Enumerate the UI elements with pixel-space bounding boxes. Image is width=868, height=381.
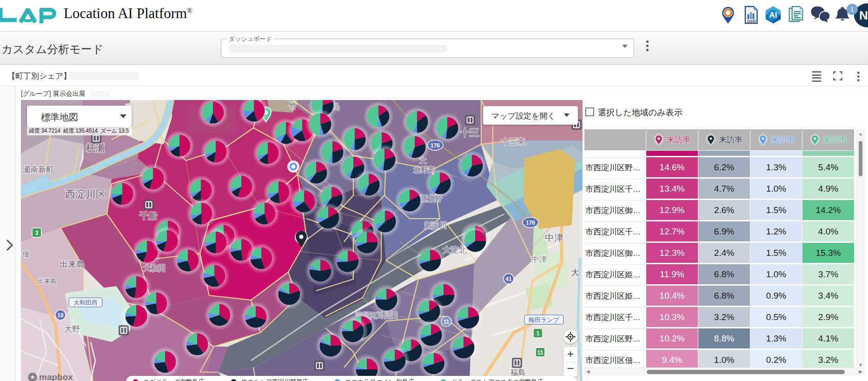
svg-text:梅田ランプ: 梅田ランプ [528,316,560,323]
svg-text:瀬南新町: 瀬南新町 [22,165,54,174]
svg-text:福島: 福島 [510,368,525,376]
svg-text:176: 176 [526,220,535,226]
svg-text:10: 10 [57,312,64,319]
svg-text:十三: 十三 [460,127,479,138]
svg-text:176: 176 [431,142,440,149]
svg-text:佃: 佃 [22,250,29,258]
svg-text:十三東: 十三東 [501,137,525,146]
svg-text:竹: 竹 [289,102,297,110]
svg-text:千船: 千船 [139,211,157,221]
svg-text:左門殿川: 左門殿川 [107,164,131,171]
svg-text:新淀川: 新淀川 [424,221,447,229]
svg-text:大和田西: 大和田西 [73,299,98,306]
svg-text:杭瀬: 杭瀬 [86,143,105,153]
svg-text:大野: 大野 [64,325,80,334]
svg-text:中津: 中津 [531,255,547,264]
svg-text:出来島: 出来島 [60,260,85,269]
svg-text:中津: 中津 [545,233,563,243]
svg-text:西淀川区: 西淀川区 [65,188,106,200]
svg-text:12345: 12345 [747,20,755,23]
svg-text:AI: AI [769,11,777,20]
svg-text:11: 11 [537,349,543,356]
svg-text:11: 11 [444,319,450,325]
svg-text:1: 1 [537,330,540,337]
svg-text:3: 3 [35,230,39,236]
svg-text:41: 41 [505,276,512,282]
svg-text:大: 大 [571,268,579,277]
svg-text:出来島: 出来島 [37,277,57,285]
